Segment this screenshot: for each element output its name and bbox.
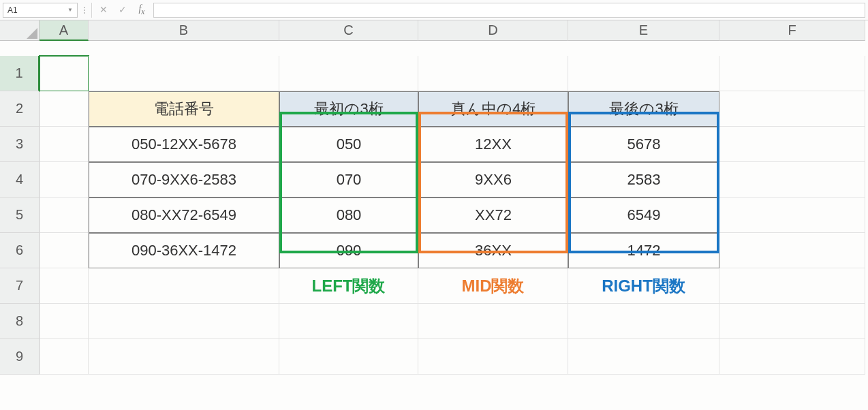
cell-f5[interactable] bbox=[719, 198, 865, 233]
column-header-b[interactable]: B bbox=[89, 20, 279, 41]
cell-f3[interactable] bbox=[719, 127, 865, 162]
row-header-3[interactable]: 3 bbox=[0, 127, 40, 162]
row-header-6[interactable]: 6 bbox=[0, 233, 40, 268]
cell-a3[interactable] bbox=[40, 127, 89, 162]
select-all-corner[interactable] bbox=[0, 20, 40, 41]
cell-d8[interactable] bbox=[418, 304, 568, 339]
cell-c9[interactable] bbox=[279, 339, 418, 375]
cell-d2[interactable]: 真ん中の4桁 bbox=[418, 91, 568, 127]
column-header-c[interactable]: C bbox=[279, 20, 418, 41]
cell-c6[interactable]: 090 bbox=[279, 233, 418, 268]
cell-a2[interactable] bbox=[40, 91, 89, 127]
cell-a4[interactable] bbox=[40, 162, 89, 198]
cell-c7[interactable]: LEFT関数 bbox=[279, 268, 418, 304]
cell-c4[interactable]: 070 bbox=[279, 162, 418, 198]
cell-e8[interactable] bbox=[568, 304, 719, 339]
cell-b4[interactable]: 070-9XX6-2583 bbox=[89, 162, 279, 198]
cell-b7[interactable] bbox=[89, 268, 279, 304]
cell-a5[interactable] bbox=[40, 198, 89, 233]
confirm-icon[interactable]: ✓ bbox=[115, 4, 130, 16]
row-header-8[interactable]: 8 bbox=[0, 304, 40, 339]
cell-f6[interactable] bbox=[719, 233, 865, 268]
cell-a6[interactable] bbox=[40, 233, 89, 268]
cell-b3[interactable]: 050-12XX-5678 bbox=[89, 127, 279, 162]
mid-function-label: MID関数 bbox=[462, 275, 525, 297]
cell-e1[interactable] bbox=[568, 56, 719, 91]
cell-b6[interactable]: 090-36XX-1472 bbox=[89, 233, 279, 268]
cell-d1[interactable] bbox=[418, 56, 568, 91]
cell-f7[interactable] bbox=[719, 268, 865, 304]
cell-f1[interactable] bbox=[719, 56, 865, 91]
divider bbox=[91, 3, 92, 18]
row-header-4[interactable]: 4 bbox=[0, 162, 40, 198]
cell-e2[interactable]: 最後の3桁 bbox=[568, 91, 719, 127]
cell-b1[interactable] bbox=[89, 56, 279, 91]
cell-f9[interactable] bbox=[719, 339, 865, 375]
cell-e7[interactable]: RIGHT関数 bbox=[568, 268, 719, 304]
cell-e6[interactable]: 1472 bbox=[568, 233, 719, 268]
cell-d4[interactable]: 9XX6 bbox=[418, 162, 568, 198]
cell-b8[interactable] bbox=[89, 304, 279, 339]
formula-input[interactable] bbox=[153, 3, 865, 18]
cell-f2[interactable] bbox=[719, 91, 865, 127]
formula-bar: A1 ▼ ✕ ✓ fx bbox=[0, 0, 868, 20]
cell-e3[interactable]: 5678 bbox=[568, 127, 719, 162]
cell-e4[interactable]: 2583 bbox=[568, 162, 719, 198]
cell-a8[interactable] bbox=[40, 304, 89, 339]
cell-b9[interactable] bbox=[89, 339, 279, 375]
fx-icon[interactable]: fx bbox=[134, 3, 149, 16]
cell-d7[interactable]: MID関数 bbox=[418, 268, 568, 304]
cell-reference: A1 bbox=[7, 5, 18, 15]
cell-c3[interactable]: 050 bbox=[279, 127, 418, 162]
row-header-7[interactable]: 7 bbox=[0, 268, 40, 304]
column-header-a[interactable]: A bbox=[40, 20, 89, 41]
left-function-label: LEFT関数 bbox=[312, 275, 386, 297]
cell-f8[interactable] bbox=[719, 304, 865, 339]
right-function-label: RIGHT関数 bbox=[602, 275, 685, 297]
cell-b2[interactable]: 電話番号 bbox=[89, 91, 279, 127]
cell-e5[interactable]: 6549 bbox=[568, 198, 719, 233]
name-box-dropdown-icon[interactable]: ▼ bbox=[67, 7, 73, 13]
cell-c8[interactable] bbox=[279, 304, 418, 339]
cell-c2[interactable]: 最初の3桁 bbox=[279, 91, 418, 127]
column-header-d[interactable]: D bbox=[418, 20, 568, 41]
spreadsheet-grid[interactable]: A B C D E F 1 2 電話番号 最初の3桁 真ん中の4桁 最後の3桁 … bbox=[0, 20, 868, 375]
cell-d3[interactable]: 12XX bbox=[418, 127, 568, 162]
cell-c1[interactable] bbox=[279, 56, 418, 91]
row-header-2[interactable]: 2 bbox=[0, 91, 40, 127]
cell-a9[interactable] bbox=[40, 339, 89, 375]
cell-c5[interactable]: 080 bbox=[279, 198, 418, 233]
row-header-9[interactable]: 9 bbox=[0, 339, 40, 375]
cell-d9[interactable] bbox=[418, 339, 568, 375]
cell-a1[interactable] bbox=[40, 56, 89, 91]
column-header-e[interactable]: E bbox=[568, 20, 719, 41]
row-header-1[interactable]: 1 bbox=[0, 56, 40, 91]
row-header-5[interactable]: 5 bbox=[0, 198, 40, 233]
cell-d5[interactable]: XX72 bbox=[418, 198, 568, 233]
cell-b5[interactable]: 080-XX72-6549 bbox=[89, 198, 279, 233]
cell-d6[interactable]: 36XX bbox=[418, 233, 568, 268]
cell-a7[interactable] bbox=[40, 268, 89, 304]
column-header-f[interactable]: F bbox=[719, 20, 865, 41]
cell-f4[interactable] bbox=[719, 162, 865, 198]
name-box[interactable]: A1 ▼ bbox=[3, 3, 78, 18]
cell-e9[interactable] bbox=[568, 339, 719, 375]
cancel-icon[interactable]: ✕ bbox=[96, 4, 111, 16]
formula-bar-grip-icon bbox=[82, 3, 87, 18]
